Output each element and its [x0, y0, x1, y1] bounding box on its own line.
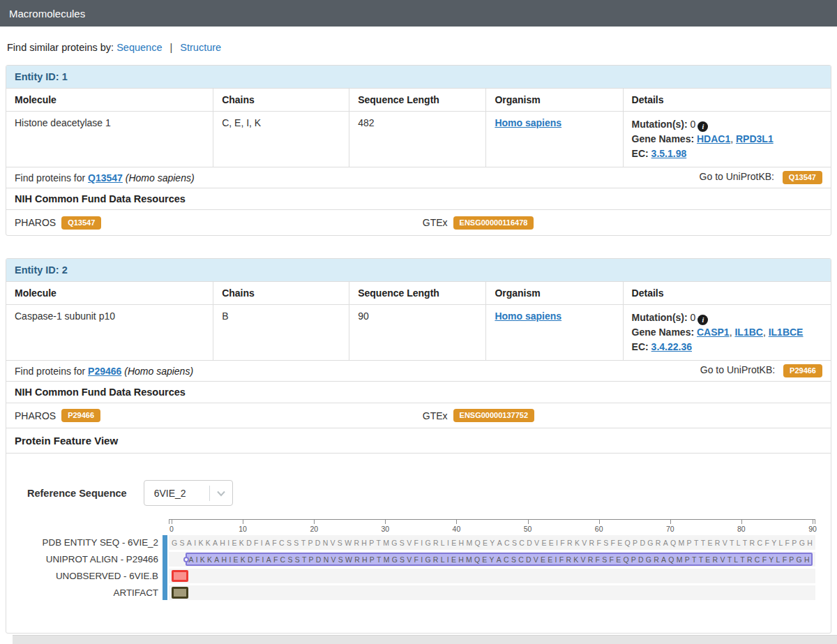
pharos-badge[interactable]: P29466	[61, 409, 100, 422]
accession-link[interactable]: P29466	[88, 366, 121, 377]
molecule-cell: Caspase-1 subunit p10	[6, 305, 213, 361]
gene-link[interactable]: CASP1	[697, 327, 730, 338]
mutations-label: Mutation(s):	[632, 312, 688, 323]
uniprot-badge[interactable]: Q13547	[783, 171, 822, 184]
find-proteins-label: Find proteins for	[15, 366, 85, 377]
next-section-edge	[13, 635, 837, 644]
gene-names-links: CASP1, IL1BC, IL1BCE	[697, 327, 804, 338]
col-header-chains: Chains	[213, 89, 349, 112]
chains-cell: B	[213, 305, 349, 361]
protein-feature-view-header: Protein Feature View	[6, 428, 831, 454]
find-proteins-label: Find proteins for	[15, 172, 85, 184]
resources-row: PHAROS P29466 GTEx ENSG00000137752	[6, 403, 831, 428]
track-artifact[interactable]	[169, 585, 815, 600]
ruler-tick-label: 50	[524, 525, 532, 533]
ruler-tick-label: 20	[310, 525, 318, 533]
gene-names-label: Gene Names:	[632, 327, 694, 338]
gene-names-label: Gene Names:	[632, 133, 694, 144]
pharos-label: PHAROS	[15, 217, 56, 228]
fv-tracks: GSAIKKAHIEKDFIAFCSSTPDNVSWRHPTMGSVFIGRLI…	[169, 535, 815, 602]
find-by-structure-link[interactable]: Structure	[180, 42, 221, 53]
track-pdb-entity-seq[interactable]: GSAIKKAHIEKDFIAFCSSTPDNVSWRHPTMGSVFIGRLI…	[169, 535, 815, 550]
col-header-organism: Organism	[486, 282, 623, 305]
organism-parenthetical: (Homo sapiens)	[126, 172, 195, 184]
go-to-uniprot-label: Go to UniProtKB:	[700, 171, 774, 182]
track-unobserved[interactable]	[169, 569, 815, 583]
col-header-sequence-length: Sequence Length	[349, 89, 486, 112]
ruler-tick-label: 10	[239, 525, 247, 533]
reference-sequence-value: 6VIE_2	[144, 488, 209, 499]
track-label-uniprot-align: UNIPROT ALIGN - P29466	[6, 552, 158, 569]
col-header-sequence-length: Sequence Length	[349, 282, 486, 305]
dropdown-divider	[209, 486, 210, 501]
ec-label: EC:	[632, 148, 649, 159]
organism-parenthetical: (Homo sapiens)	[124, 366, 193, 377]
gene-names-links: HDAC1, RPD3L1	[697, 133, 774, 144]
fv-axis-bar	[163, 535, 167, 600]
entity-2-heading: Entity ID: 2	[6, 259, 831, 282]
info-icon[interactable]: i	[698, 121, 708, 132]
app-header: Macromolecules	[0, 0, 837, 27]
entity-2-table: Molecule Chains Sequence Length Organism…	[6, 282, 831, 360]
details-cell: Mutation(s): 0i Gene Names: CASP1, IL1BC…	[623, 305, 831, 361]
gtex-badge[interactable]: ENSG00000137752	[453, 409, 534, 422]
gene-link[interactable]: IL1BC	[734, 327, 762, 338]
mutations-label: Mutation(s):	[632, 119, 688, 130]
ruler-tick-label: 60	[595, 525, 603, 533]
find-similar-label: Find similar proteins by:	[7, 42, 114, 53]
reference-sequence-label: Reference Sequence	[27, 488, 127, 499]
feature-box[interactable]	[172, 570, 188, 582]
ruler-tick-label: 70	[666, 525, 674, 533]
gene-link[interactable]: HDAC1	[697, 133, 730, 144]
entity-1-table: Molecule Chains Sequence Length Organism…	[6, 89, 831, 167]
col-header-chains: Chains	[213, 282, 349, 305]
resources-row: PHAROS Q13547 GTEx ENSG00000116478	[6, 210, 831, 235]
col-header-molecule: Molecule	[6, 89, 213, 112]
ec-label: EC:	[632, 341, 649, 352]
uniprot-badge[interactable]: P29466	[783, 364, 822, 377]
table-row: Caspase-1 subunit p10 B 90 Homo sapiens …	[6, 305, 831, 361]
ec-link[interactable]: 3.5.1.98	[651, 148, 687, 159]
sequence-length-cell: 482	[349, 112, 486, 167]
ec-link[interactable]: 3.4.22.36	[651, 341, 692, 352]
col-header-organism: Organism	[486, 89, 623, 112]
table-row: Histone deacetylase 1 C, E, I, K 482 Hom…	[6, 112, 831, 167]
entity-panel-1: Entity ID: 1 Molecule Chains Sequence Le…	[6, 65, 831, 236]
find-proteins-row: Find proteins for Q13547 (Homo sapiens) …	[6, 167, 831, 188]
entity-1-heading: Entity ID: 1	[6, 66, 831, 89]
gtex-label: GTEx	[423, 410, 448, 421]
find-similar-bar: Find similar proteins by: Sequence | Str…	[7, 42, 830, 53]
organism-link[interactable]: Homo sapiens	[495, 310, 561, 322]
organism-link[interactable]: Homo sapiens	[495, 117, 561, 128]
find-proteins-row: Find proteins for P29466 (Homo sapiens) …	[6, 361, 831, 382]
feature-box[interactable]	[172, 587, 188, 599]
gtex-badge[interactable]: ENSG00000116478	[453, 216, 534, 230]
gene-link[interactable]: RPD3L1	[736, 133, 774, 144]
find-by-sequence-link[interactable]: Sequence	[116, 42, 162, 53]
molecule-cell: Histone deacetylase 1	[6, 112, 213, 167]
accession-link[interactable]: Q13547	[88, 172, 123, 184]
page-title: Macromolecules	[9, 8, 85, 20]
track-uniprot-align[interactable]: AIKKAHIEKDFIAFCSSTPDNVSWRHPTMGSVFIGRLIEH…	[169, 552, 815, 567]
ruler-tick-label: 40	[453, 525, 461, 533]
details-cell: Mutation(s): 0i Gene Names: HDAC1, RPD3L…	[623, 112, 831, 167]
mutations-value: 0	[691, 312, 696, 323]
fv-track-labels: PDB ENTITY SEQ - 6VIE_2 UNIPROT ALIGN - …	[6, 535, 158, 602]
mutations-value: 0	[691, 119, 696, 130]
gene-link[interactable]: IL1BCE	[769, 327, 804, 338]
info-icon[interactable]: i	[698, 315, 708, 325]
ruler-tick-label: 80	[737, 525, 746, 533]
pharos-label: PHAROS	[15, 410, 56, 421]
chevron-down-icon	[216, 488, 226, 498]
entity-panel-2: Entity ID: 2 Molecule Chains Sequence Le…	[6, 258, 831, 634]
reference-sequence-select[interactable]: 6VIE_2	[144, 480, 233, 506]
ruler-tick-label: 30	[381, 525, 389, 533]
fv-ruler[interactable]: 0102030405060708090	[169, 519, 815, 534]
pharos-badge[interactable]: Q13547	[61, 216, 101, 230]
ruler-tick-label: 90	[808, 525, 817, 533]
ruler-tick-label: 0	[169, 525, 174, 533]
go-to-uniprot-label: Go to UniProtKB:	[700, 364, 775, 375]
uniprot-alignment-box[interactable]: AIKKAHIEKDFIAFCSSTPDNVSWRHPTMGSVFIGRLIEH…	[186, 553, 813, 566]
track-label-artifact: ARTIFACT	[6, 585, 158, 602]
nih-resources-header: NIH Common Fund Data Resources	[6, 382, 831, 403]
